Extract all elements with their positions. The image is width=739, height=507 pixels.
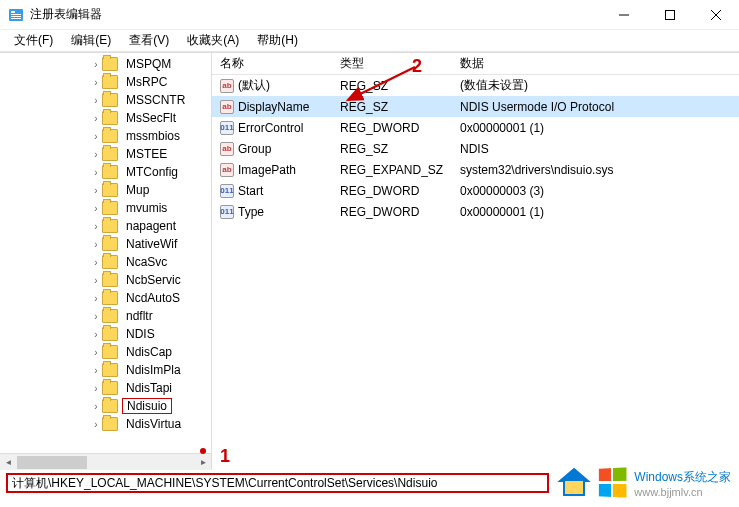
chevron-right-icon[interactable]: › [90,401,102,412]
chevron-right-icon[interactable]: › [90,203,102,214]
tree-node-ndfltr[interactable]: ›ndfltr [0,307,211,325]
tree-node-ndiscap[interactable]: ›NdisCap [0,343,211,361]
chevron-right-icon[interactable]: › [90,419,102,430]
windows-logo-icon [599,467,629,499]
svg-rect-4 [11,18,21,19]
menu-favorites[interactable]: 收藏夹(A) [179,30,247,51]
folder-icon [102,291,118,305]
list-row[interactable]: ab(默认)REG_SZ(数值未设置) [212,75,739,96]
tree-node-mssecflt[interactable]: ›MsSecFlt [0,109,211,127]
menu-file[interactable]: 文件(F) [6,30,61,51]
list-row[interactable]: abGroupREG_SZNDIS [212,138,739,159]
tree-label: ndfltr [126,309,153,323]
folder-icon [102,183,118,197]
scroll-track[interactable] [17,454,195,471]
chevron-right-icon[interactable]: › [90,59,102,70]
tree-node-mstee[interactable]: ›MSTEE [0,145,211,163]
tree-node-msscntr[interactable]: ›MSSCNTR [0,91,211,109]
value-data: system32\drivers\ndisuio.sys [452,163,739,177]
value-type: REG_DWORD [332,121,452,135]
list-row[interactable]: 011TypeREG_DWORD0x00000001 (1) [212,201,739,222]
tree-node-ncdautos[interactable]: ›NcdAutoS [0,289,211,307]
chevron-right-icon[interactable]: › [90,383,102,394]
binary-value-icon: 011 [220,184,234,198]
value-type: REG_SZ [332,142,452,156]
list-row[interactable]: 011StartREG_DWORD0x00000003 (3) [212,180,739,201]
watermark: Windows系统之家 www.bjjmlv.cn [556,465,731,501]
content-area: ›MSPQM›MsRPC›MSSCNTR›MsSecFlt›mssmbios›M… [0,52,739,470]
chevron-right-icon[interactable]: › [90,95,102,106]
value-data: 0x00000001 (1) [452,205,739,219]
list-row[interactable]: abImagePathREG_EXPAND_SZsystem32\drivers… [212,159,739,180]
folder-icon [102,237,118,251]
value-data: (数值未设置) [452,77,739,94]
tree-pane[interactable]: ›MSPQM›MsRPC›MSSCNTR›MsSecFlt›mssmbios›M… [0,53,212,470]
col-header-name[interactable]: 名称 [212,55,332,72]
tree-label: NdisVirtua [126,417,181,431]
scroll-right-arrow[interactable]: ► [195,454,212,471]
chevron-right-icon[interactable]: › [90,257,102,268]
tree-node-ndisvirtua[interactable]: ›NdisVirtua [0,415,211,433]
string-value-icon: ab [220,79,234,93]
chevron-right-icon[interactable]: › [90,113,102,124]
list-pane[interactable]: 名称 类型 数据 ab(默认)REG_SZ(数值未设置)abDisplayNam… [212,53,739,470]
tree-node-mup[interactable]: ›Mup [0,181,211,199]
svg-rect-3 [11,16,21,17]
chevron-right-icon[interactable]: › [90,131,102,142]
tree-label: NativeWif [126,237,177,251]
tree-node-ndis[interactable]: ›NDIS [0,325,211,343]
tree-label: NcdAutoS [126,291,180,305]
tree-node-nativewif[interactable]: ›NativeWif [0,235,211,253]
tree-node-ncbservic[interactable]: ›NcbServic [0,271,211,289]
tree-node-msrpc[interactable]: ›MsRPC [0,73,211,91]
chevron-right-icon[interactable]: › [90,77,102,88]
list-row[interactable]: 011ErrorControlREG_DWORD0x00000001 (1) [212,117,739,138]
minimize-button[interactable] [601,0,647,30]
house-icon [556,465,592,501]
chevron-right-icon[interactable]: › [90,293,102,304]
tree-node-ndisimpla[interactable]: ›NdisImPla [0,361,211,379]
folder-icon [102,255,118,269]
tree-label: mvumis [126,201,167,215]
chevron-right-icon[interactable]: › [90,149,102,160]
col-header-data[interactable]: 数据 [452,55,739,72]
chevron-right-icon[interactable]: › [90,329,102,340]
tree-node-ncasvc[interactable]: ›NcaSvc [0,253,211,271]
tree-label: napagent [126,219,176,233]
tree-node-ndistapi[interactable]: ›NdisTapi [0,379,211,397]
chevron-right-icon[interactable]: › [90,275,102,286]
list-row[interactable]: abDisplayNameREG_SZNDIS Usermode I/O Pro… [212,96,739,117]
tree-node-mspqm[interactable]: ›MSPQM [0,55,211,73]
scroll-thumb[interactable] [17,456,87,469]
tree-hscrollbar[interactable]: ◄ ► [0,453,212,470]
tree-node-mvumis[interactable]: ›mvumis [0,199,211,217]
menu-help[interactable]: 帮助(H) [249,30,306,51]
value-data: NDIS [452,142,739,156]
tree-label: MSSCNTR [126,93,185,107]
chevron-right-icon[interactable]: › [90,311,102,322]
value-name: Start [238,184,263,198]
chevron-right-icon[interactable]: › [90,221,102,232]
chevron-right-icon[interactable]: › [90,239,102,250]
menu-edit[interactable]: 编辑(E) [63,30,119,51]
menu-view[interactable]: 查看(V) [121,30,177,51]
folder-icon [102,165,118,179]
regedit-icon [8,7,24,23]
close-button[interactable] [693,0,739,30]
maximize-button[interactable] [647,0,693,30]
chevron-right-icon[interactable]: › [90,365,102,376]
chevron-right-icon[interactable]: › [90,167,102,178]
tree-node-ndisuio[interactable]: ›Ndisuio [0,397,211,415]
scroll-left-arrow[interactable]: ◄ [0,454,17,471]
col-header-type[interactable]: 类型 [332,55,452,72]
value-name: ErrorControl [238,121,303,135]
folder-icon [102,93,118,107]
binary-value-icon: 011 [220,121,234,135]
tree-node-mssmbios[interactable]: ›mssmbios [0,127,211,145]
chevron-right-icon[interactable]: › [90,185,102,196]
chevron-right-icon[interactable]: › [90,347,102,358]
tree-node-mtconfig[interactable]: ›MTConfig [0,163,211,181]
svg-rect-6 [666,10,675,19]
tree-label: MSPQM [126,57,171,71]
tree-node-napagent[interactable]: ›napagent [0,217,211,235]
